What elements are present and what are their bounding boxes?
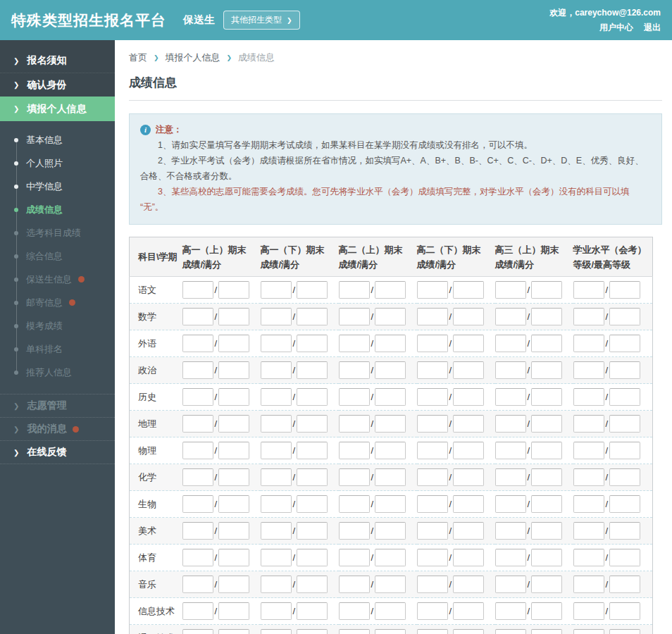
score-input[interactable]: [339, 522, 370, 540]
score-input[interactable]: [339, 308, 370, 325]
max-grade-input[interactable]: [609, 281, 640, 299]
score-input[interactable]: [182, 388, 213, 406]
score-input[interactable]: [339, 281, 370, 299]
score-input[interactable]: [339, 468, 370, 486]
logout-link[interactable]: 退出: [644, 20, 661, 35]
score-input[interactable]: [182, 468, 213, 486]
max-score-input[interactable]: [531, 576, 562, 593]
max-score-input[interactable]: [453, 388, 484, 406]
max-grade-input[interactable]: [609, 629, 640, 634]
score-input[interactable]: [417, 468, 448, 486]
max-score-input[interactable]: [453, 495, 484, 513]
score-input[interactable]: [417, 495, 448, 513]
score-input[interactable]: [339, 495, 370, 513]
max-score-input[interactable]: [375, 442, 406, 459]
score-input[interactable]: [339, 388, 370, 406]
score-input[interactable]: [182, 415, 213, 433]
score-input[interactable]: [495, 308, 526, 325]
max-score-input[interactable]: [297, 495, 328, 513]
sidebar-item-confirm-identity[interactable]: ❯确认身份: [0, 73, 115, 97]
user-center-link[interactable]: 用户中心: [599, 20, 633, 35]
score-input[interactable]: [182, 442, 213, 459]
score-input[interactable]: [339, 361, 370, 379]
grade-input[interactable]: [573, 629, 604, 634]
max-score-input[interactable]: [453, 442, 484, 459]
score-input[interactable]: [495, 629, 526, 634]
score-input[interactable]: [261, 361, 292, 379]
sidebar-item-my-messages[interactable]: ❯我的消息: [0, 417, 115, 440]
max-score-input[interactable]: [453, 629, 484, 634]
max-score-input[interactable]: [297, 308, 328, 325]
max-score-input[interactable]: [453, 361, 484, 379]
score-input[interactable]: [417, 335, 448, 352]
max-grade-input[interactable]: [609, 576, 640, 593]
max-score-input[interactable]: [453, 522, 484, 540]
max-score-input[interactable]: [531, 335, 562, 352]
max-score-input[interactable]: [297, 388, 328, 406]
score-input[interactable]: [417, 602, 448, 620]
max-score-input[interactable]: [218, 335, 249, 352]
max-score-input[interactable]: [375, 602, 406, 620]
sidebar-item-application-notice[interactable]: ❯报名须知: [0, 49, 115, 73]
max-score-input[interactable]: [218, 495, 249, 513]
score-input[interactable]: [261, 602, 292, 620]
max-score-input[interactable]: [375, 361, 406, 379]
max-score-input[interactable]: [531, 388, 562, 406]
sidebar-item-school-info[interactable]: 中学信息: [0, 175, 115, 198]
score-input[interactable]: [417, 576, 448, 593]
max-score-input[interactable]: [218, 281, 249, 299]
max-grade-input[interactable]: [609, 308, 640, 325]
grade-input[interactable]: [573, 576, 604, 593]
max-score-input[interactable]: [531, 602, 562, 620]
score-input[interactable]: [182, 495, 213, 513]
sidebar-item-online-feedback[interactable]: ❯在线反馈: [0, 440, 115, 464]
score-input[interactable]: [339, 602, 370, 620]
max-score-input[interactable]: [297, 522, 328, 540]
score-input[interactable]: [261, 388, 292, 406]
max-score-input[interactable]: [375, 281, 406, 299]
score-input[interactable]: [339, 629, 370, 634]
score-input[interactable]: [261, 281, 292, 299]
score-input[interactable]: [182, 576, 213, 593]
sidebar-item-basic-info[interactable]: 基本信息: [0, 128, 115, 151]
score-input[interactable]: [417, 522, 448, 540]
grade-input[interactable]: [573, 442, 604, 459]
score-input[interactable]: [495, 415, 526, 433]
max-score-input[interactable]: [218, 308, 249, 325]
score-input[interactable]: [182, 335, 213, 352]
score-input[interactable]: [261, 576, 292, 593]
score-input[interactable]: [339, 415, 370, 433]
max-grade-input[interactable]: [609, 602, 640, 620]
score-input[interactable]: [417, 549, 448, 566]
max-grade-input[interactable]: [609, 388, 640, 406]
max-score-input[interactable]: [297, 602, 328, 620]
max-score-input[interactable]: [531, 415, 562, 433]
sidebar-item-subject-ranking[interactable]: 单科排名: [0, 337, 115, 361]
max-grade-input[interactable]: [609, 522, 640, 540]
max-score-input[interactable]: [375, 522, 406, 540]
sidebar-item-score-info[interactable]: 成绩信息: [0, 198, 115, 221]
score-input[interactable]: [261, 549, 292, 566]
grade-input[interactable]: [573, 602, 604, 620]
max-grade-input[interactable]: [609, 335, 640, 352]
max-score-input[interactable]: [297, 442, 328, 459]
grade-input[interactable]: [573, 335, 604, 352]
score-input[interactable]: [182, 629, 213, 634]
score-input[interactable]: [261, 522, 292, 540]
grade-input[interactable]: [573, 308, 604, 325]
score-input[interactable]: [261, 442, 292, 459]
score-input[interactable]: [495, 335, 526, 352]
score-input[interactable]: [339, 576, 370, 593]
score-input[interactable]: [495, 495, 526, 513]
max-score-input[interactable]: [218, 629, 249, 634]
score-input[interactable]: [182, 281, 213, 299]
grade-input[interactable]: [573, 468, 604, 486]
max-score-input[interactable]: [375, 495, 406, 513]
max-score-input[interactable]: [297, 415, 328, 433]
sidebar-item-personal-photo[interactable]: 个人照片: [0, 151, 115, 175]
max-score-input[interactable]: [453, 281, 484, 299]
max-score-input[interactable]: [375, 629, 406, 634]
score-input[interactable]: [495, 388, 526, 406]
score-input[interactable]: [495, 549, 526, 566]
score-input[interactable]: [495, 442, 526, 459]
